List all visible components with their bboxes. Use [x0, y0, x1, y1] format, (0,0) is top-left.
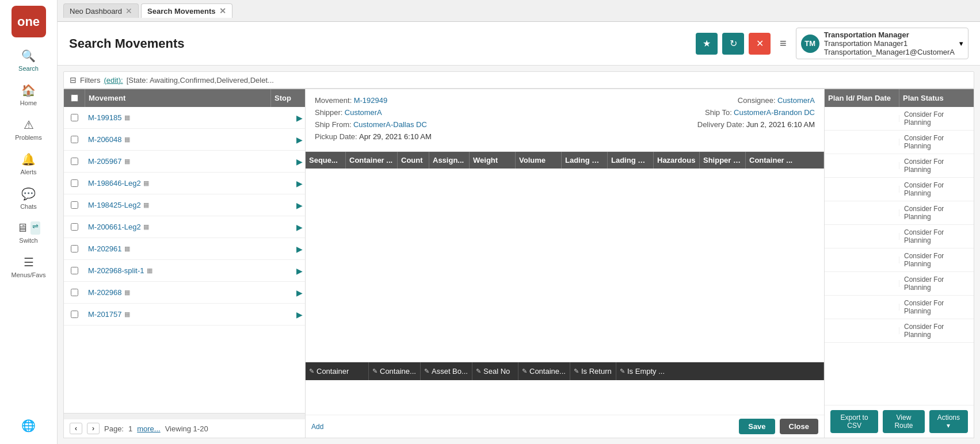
list-item: M-198646-Leg2 ▦ ▶	[64, 173, 305, 194]
switch-icon: ⇌	[30, 221, 40, 235]
movement-link[interactable]: M-198425-Leg2	[88, 201, 141, 209]
select-all-checkbox[interactable]	[64, 89, 85, 107]
row-checkbox[interactable]	[64, 114, 85, 121]
sidebar-item-problems[interactable]: ⚠ Problems	[0, 112, 57, 147]
sidebar-item-chats[interactable]: 💬 Chats	[0, 181, 57, 216]
tab-neo-dashboard[interactable]: Neo Dashboard ✕	[63, 3, 139, 18]
movement-link[interactable]: M-200661-Leg2	[88, 223, 141, 231]
movement-link[interactable]: M-205967	[88, 157, 122, 166]
actions-button[interactable]: Actions ▾	[929, 410, 968, 433]
movement-icon: ▦	[143, 179, 149, 187]
sidebar-item-globe[interactable]: 🌐	[0, 413, 57, 438]
edit-icon: ✎	[620, 368, 625, 375]
movement-value[interactable]: M-192949	[354, 96, 388, 105]
page-content: ⊟ Filters (edit): [State: Awaiting,Confi…	[58, 66, 980, 444]
export-csv-button[interactable]: Export to CSV	[830, 410, 878, 433]
container-col-3[interactable]: ✎ Seal No	[472, 362, 518, 380]
hamburger-menu-button[interactable]: ≡	[775, 35, 791, 52]
tab-close-neo-dashboard[interactable]: ✕	[125, 6, 132, 16]
favorite-button[interactable]: ★	[696, 33, 718, 55]
plan-id-cell	[825, 327, 899, 334]
row-checkbox[interactable]	[64, 245, 85, 252]
expand-button[interactable]: ▶	[294, 221, 305, 233]
plan-id-cell	[825, 162, 899, 169]
container-col-0[interactable]: ✎ Container	[306, 362, 369, 380]
shipper-value[interactable]: CustomerA	[345, 108, 382, 117]
avatar: TM	[801, 35, 819, 53]
row-checkbox[interactable]	[64, 179, 85, 187]
expand-button[interactable]: ▶	[294, 287, 305, 298]
container-col-2[interactable]: ✎ Asset Bo...	[421, 362, 472, 380]
close-page-button[interactable]: ✕	[749, 33, 771, 55]
refresh-button[interactable]: ↻	[722, 33, 744, 55]
horizontal-scrollbar[interactable]	[64, 413, 305, 419]
movement-link[interactable]: M-202968-split-1	[88, 266, 144, 275]
next-page-button[interactable]: ›	[87, 423, 100, 434]
expand-button[interactable]: ▶	[294, 178, 305, 189]
movement-link[interactable]: M-199185	[88, 113, 122, 122]
expand-button[interactable]: ▶	[294, 265, 305, 277]
movement-cell: M-200661-Leg2 ▦	[85, 219, 260, 235]
list-item: M-202961 ▦ ▶	[64, 238, 305, 260]
container-col-6[interactable]: ✎ Is Empty ...	[616, 362, 824, 380]
plan-status-cell: Consider For Planning	[899, 319, 974, 342]
delivery-date-field: Delivery Date: Jun 2, 2021 6:10 AM	[697, 120, 815, 129]
add-container-link[interactable]: Add	[311, 423, 323, 431]
close-button[interactable]: Close	[780, 419, 818, 434]
save-button[interactable]: Save	[739, 419, 775, 434]
sidebar-item-label: Search	[18, 65, 39, 72]
prev-page-button[interactable]: ‹	[70, 423, 82, 434]
consignee-label: Consignee:	[738, 96, 776, 105]
expand-button[interactable]: ▶	[294, 134, 305, 146]
container-header: ✎ Container ✎ Containe... ✎ Asset Bo...	[306, 362, 824, 380]
movement-link[interactable]: M-202961	[88, 244, 122, 253]
expand-button[interactable]: ▶	[294, 243, 305, 255]
container-col-1[interactable]: ✎ Containe...	[369, 362, 421, 380]
tab-search-movements[interactable]: Search Movements ✕	[141, 3, 232, 18]
expand-button[interactable]: ▶	[294, 309, 305, 320]
sidebar-item-label: Switch	[19, 237, 37, 244]
row-checkbox[interactable]	[64, 223, 85, 231]
tab-close-search-movements[interactable]: ✕	[219, 6, 226, 16]
container-col-4[interactable]: ✎ Containe...	[518, 362, 570, 380]
row-checkbox[interactable]	[64, 136, 85, 143]
row-checkbox[interactable]	[64, 267, 85, 274]
sidebar-item-home[interactable]: 🏠 Home	[0, 78, 57, 112]
sidebar-item-menus[interactable]: ☰ Menus/Favs	[0, 250, 57, 284]
movement-cell: M-202968-split-1 ▦	[85, 263, 260, 278]
select-all-input[interactable]	[71, 94, 78, 102]
plan-id-cell	[825, 115, 899, 122]
expand-button[interactable]: ▶	[294, 200, 305, 211]
expand-button[interactable]: ▶	[294, 112, 305, 124]
movement-cell: M-201757 ▦	[85, 307, 260, 322]
filter-edit-link[interactable]: (edit):	[104, 76, 123, 85]
plan-status-cell: Consider For Planning	[899, 225, 974, 248]
stop-cell	[260, 311, 294, 318]
ship-to-value[interactable]: CustomerA-Brandon DC	[734, 108, 815, 117]
edit-icon: ✎	[522, 368, 527, 375]
plan-status-cell: Consider For Planning	[899, 107, 974, 130]
row-checkbox[interactable]	[64, 158, 85, 165]
movement-link[interactable]: M-198646-Leg2	[88, 179, 141, 187]
movement-cell: M-202961 ▦	[85, 241, 260, 257]
sidebar-item-search[interactable]: 🔍 Search	[0, 43, 57, 78]
sidebar-item-alerts[interactable]: 🔔 Alerts	[0, 147, 57, 181]
user-info[interactable]: TM Transportation Manager Transportation…	[796, 28, 968, 59]
expand-button[interactable]: ▶	[294, 156, 305, 167]
row-checkbox[interactable]	[64, 311, 85, 318]
row-checkbox[interactable]	[64, 289, 85, 296]
movement-link[interactable]: M-201757	[88, 310, 122, 319]
row-checkbox[interactable]	[64, 201, 85, 209]
col-lading-desc: Lading De...	[608, 152, 654, 169]
movement-link[interactable]: M-206048	[88, 135, 122, 144]
consignee-value[interactable]: CustomerA	[777, 96, 815, 105]
sidebar-item-switch[interactable]: 🖥 ⇌ Switch	[0, 216, 57, 250]
view-route-button[interactable]: View Route	[883, 410, 924, 433]
container-col-5[interactable]: ✎ Is Return	[570, 362, 616, 380]
inner-table-body	[306, 169, 824, 362]
tab-bar: Neo Dashboard ✕ Search Movements ✕	[58, 0, 980, 22]
movement-link[interactable]: M-202968	[88, 288, 122, 297]
more-pages-link[interactable]: more...	[137, 424, 160, 433]
container-col-label: Seal No	[483, 367, 510, 376]
ship-from-value[interactable]: CustomerA-Dallas DC	[353, 120, 427, 129]
